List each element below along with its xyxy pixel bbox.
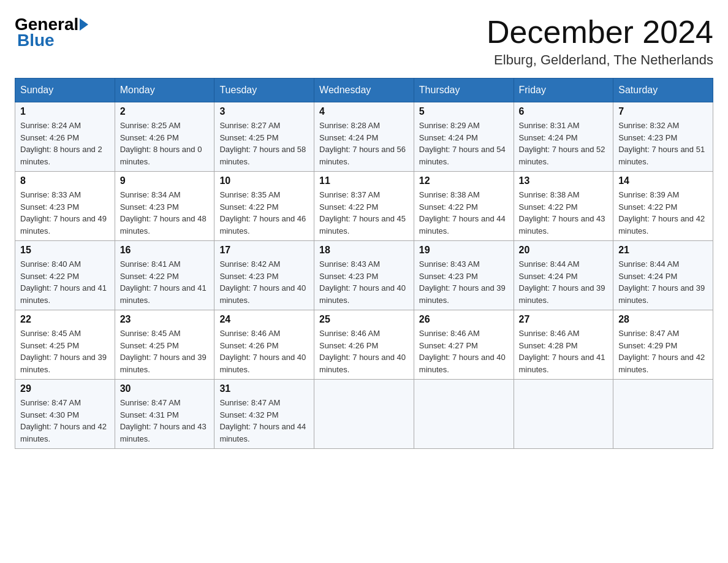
calendar-header-row: SundayMondayTuesdayWednesdayThursdayFrid… (15, 79, 713, 102)
calendar-day-cell: 6 Sunrise: 8:31 AM Sunset: 4:24 PM Dayli… (514, 102, 613, 172)
day-info: Sunrise: 8:46 AM Sunset: 4:28 PM Dayligh… (519, 327, 609, 375)
day-number: 29 (20, 383, 110, 394)
day-number: 24 (219, 314, 309, 325)
calendar-table: SundayMondayTuesdayWednesdayThursdayFrid… (15, 78, 713, 449)
day-number: 4 (319, 106, 409, 117)
calendar-day-cell: 5 Sunrise: 8:29 AM Sunset: 4:24 PM Dayli… (414, 102, 514, 172)
calendar-day-cell: 16 Sunrise: 8:41 AM Sunset: 4:22 PM Dayl… (115, 241, 214, 310)
day-info: Sunrise: 8:28 AM Sunset: 4:24 PM Dayligh… (319, 120, 409, 167)
day-number: 30 (120, 383, 210, 394)
day-info: Sunrise: 8:47 AM Sunset: 4:32 PM Dayligh… (219, 397, 309, 445)
day-info: Sunrise: 8:46 AM Sunset: 4:26 PM Dayligh… (219, 327, 309, 375)
day-info: Sunrise: 8:33 AM Sunset: 4:23 PM Dayligh… (20, 189, 110, 237)
day-info: Sunrise: 8:43 AM Sunset: 4:23 PM Dayligh… (419, 258, 509, 306)
day-info: Sunrise: 8:25 AM Sunset: 4:26 PM Dayligh… (120, 120, 210, 167)
day-info: Sunrise: 8:46 AM Sunset: 4:27 PM Dayligh… (419, 327, 509, 375)
day-info: Sunrise: 8:41 AM Sunset: 4:22 PM Dayligh… (120, 258, 210, 306)
calendar-day-cell: 10 Sunrise: 8:35 AM Sunset: 4:22 PM Dayl… (214, 172, 314, 241)
day-number: 16 (120, 245, 210, 256)
day-number: 5 (419, 106, 509, 117)
week-row-3: 15 Sunrise: 8:40 AM Sunset: 4:22 PM Dayl… (15, 241, 713, 310)
calendar-day-cell: 9 Sunrise: 8:34 AM Sunset: 4:23 PM Dayli… (115, 172, 214, 241)
header-friday: Friday (514, 79, 613, 102)
day-number: 2 (120, 106, 210, 117)
calendar-day-cell: 17 Sunrise: 8:42 AM Sunset: 4:23 PM Dayl… (214, 241, 314, 310)
month-title: December 2024 (487, 15, 713, 50)
calendar-day-cell: 18 Sunrise: 8:43 AM Sunset: 4:23 PM Dayl… (314, 241, 414, 310)
calendar-day-cell: 13 Sunrise: 8:38 AM Sunset: 4:22 PM Dayl… (514, 172, 613, 241)
header-thursday: Thursday (414, 79, 514, 102)
calendar-day-cell: 29 Sunrise: 8:47 AM Sunset: 4:30 PM Dayl… (15, 380, 115, 449)
day-info: Sunrise: 8:34 AM Sunset: 4:23 PM Dayligh… (120, 189, 210, 237)
day-info: Sunrise: 8:44 AM Sunset: 4:24 PM Dayligh… (618, 258, 708, 306)
calendar-day-cell (514, 380, 613, 449)
calendar-day-cell (314, 380, 414, 449)
day-info: Sunrise: 8:24 AM Sunset: 4:26 PM Dayligh… (20, 120, 110, 167)
day-info: Sunrise: 8:45 AM Sunset: 4:25 PM Dayligh… (120, 327, 210, 375)
calendar-day-cell: 23 Sunrise: 8:45 AM Sunset: 4:25 PM Dayl… (115, 310, 214, 380)
day-info: Sunrise: 8:40 AM Sunset: 4:22 PM Dayligh… (20, 258, 110, 306)
calendar-day-cell (613, 380, 713, 449)
day-number: 12 (419, 175, 509, 186)
calendar-day-cell: 2 Sunrise: 8:25 AM Sunset: 4:26 PM Dayli… (115, 102, 214, 172)
day-number: 3 (219, 106, 309, 117)
day-info: Sunrise: 8:31 AM Sunset: 4:24 PM Dayligh… (519, 120, 609, 167)
calendar-day-cell: 26 Sunrise: 8:46 AM Sunset: 4:27 PM Dayl… (414, 310, 514, 380)
day-number: 26 (419, 314, 509, 325)
day-info: Sunrise: 8:37 AM Sunset: 4:22 PM Dayligh… (319, 189, 409, 237)
day-number: 22 (20, 314, 110, 325)
location-subtitle: Elburg, Gelderland, The Netherlands (487, 52, 713, 68)
day-number: 27 (519, 314, 609, 325)
calendar-day-cell: 14 Sunrise: 8:39 AM Sunset: 4:22 PM Dayl… (613, 172, 713, 241)
day-info: Sunrise: 8:32 AM Sunset: 4:23 PM Dayligh… (618, 120, 708, 167)
calendar-day-cell: 4 Sunrise: 8:28 AM Sunset: 4:24 PM Dayli… (314, 102, 414, 172)
calendar-day-cell: 20 Sunrise: 8:44 AM Sunset: 4:24 PM Dayl… (514, 241, 613, 310)
calendar-day-cell: 1 Sunrise: 8:24 AM Sunset: 4:26 PM Dayli… (15, 102, 115, 172)
week-row-5: 29 Sunrise: 8:47 AM Sunset: 4:30 PM Dayl… (15, 380, 713, 449)
day-info: Sunrise: 8:27 AM Sunset: 4:25 PM Dayligh… (219, 120, 309, 167)
calendar-day-cell: 27 Sunrise: 8:46 AM Sunset: 4:28 PM Dayl… (514, 310, 613, 380)
day-number: 25 (319, 314, 409, 325)
logo: General Blue (15, 15, 89, 50)
calendar-day-cell: 3 Sunrise: 8:27 AM Sunset: 4:25 PM Dayli… (214, 102, 314, 172)
calendar-day-cell: 19 Sunrise: 8:43 AM Sunset: 4:23 PM Dayl… (414, 241, 514, 310)
day-info: Sunrise: 8:29 AM Sunset: 4:24 PM Dayligh… (419, 120, 509, 167)
day-number: 1 (20, 106, 110, 117)
calendar-day-cell: 30 Sunrise: 8:47 AM Sunset: 4:31 PM Dayl… (115, 380, 214, 449)
day-number: 9 (120, 175, 210, 186)
header-sunday: Sunday (15, 79, 115, 102)
day-number: 11 (319, 175, 409, 186)
calendar-day-cell: 25 Sunrise: 8:46 AM Sunset: 4:26 PM Dayl… (314, 310, 414, 380)
day-info: Sunrise: 8:38 AM Sunset: 4:22 PM Dayligh… (419, 189, 509, 237)
day-info: Sunrise: 8:47 AM Sunset: 4:30 PM Dayligh… (20, 397, 110, 445)
day-number: 31 (219, 383, 309, 394)
calendar-day-cell: 28 Sunrise: 8:47 AM Sunset: 4:29 PM Dayl… (613, 310, 713, 380)
day-number: 13 (519, 175, 609, 186)
day-info: Sunrise: 8:43 AM Sunset: 4:23 PM Dayligh… (319, 258, 409, 306)
calendar-day-cell: 8 Sunrise: 8:33 AM Sunset: 4:23 PM Dayli… (15, 172, 115, 241)
calendar-day-cell: 22 Sunrise: 8:45 AM Sunset: 4:25 PM Dayl… (15, 310, 115, 380)
week-row-4: 22 Sunrise: 8:45 AM Sunset: 4:25 PM Dayl… (15, 310, 713, 380)
day-number: 20 (519, 245, 609, 256)
calendar-day-cell: 31 Sunrise: 8:47 AM Sunset: 4:32 PM Dayl… (214, 380, 314, 449)
day-info: Sunrise: 8:46 AM Sunset: 4:26 PM Dayligh… (319, 327, 409, 375)
day-number: 7 (618, 106, 708, 117)
day-number: 19 (419, 245, 509, 256)
day-info: Sunrise: 8:47 AM Sunset: 4:31 PM Dayligh… (120, 397, 210, 445)
title-area: December 2024 Elburg, Gelderland, The Ne… (487, 15, 713, 68)
day-number: 10 (219, 175, 309, 186)
day-number: 28 (618, 314, 708, 325)
header-tuesday: Tuesday (214, 79, 314, 102)
day-number: 14 (618, 175, 708, 186)
header-monday: Monday (115, 79, 214, 102)
day-info: Sunrise: 8:44 AM Sunset: 4:24 PM Dayligh… (519, 258, 609, 306)
day-info: Sunrise: 8:47 AM Sunset: 4:29 PM Dayligh… (618, 327, 708, 375)
week-row-2: 8 Sunrise: 8:33 AM Sunset: 4:23 PM Dayli… (15, 172, 713, 241)
calendar-day-cell: 12 Sunrise: 8:38 AM Sunset: 4:22 PM Dayl… (414, 172, 514, 241)
calendar-day-cell: 7 Sunrise: 8:32 AM Sunset: 4:23 PM Dayli… (613, 102, 713, 172)
logo-blue-text: Blue (17, 31, 55, 50)
day-info: Sunrise: 8:38 AM Sunset: 4:22 PM Dayligh… (519, 189, 609, 237)
calendar-day-cell (414, 380, 514, 449)
day-info: Sunrise: 8:45 AM Sunset: 4:25 PM Dayligh… (20, 327, 110, 375)
header-wednesday: Wednesday (314, 79, 414, 102)
